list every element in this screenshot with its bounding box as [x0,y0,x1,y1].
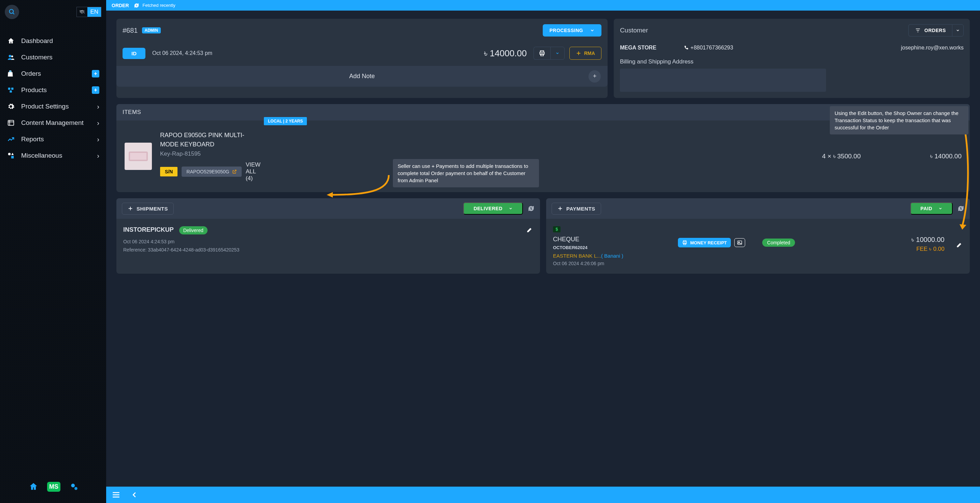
lang-en[interactable]: EN [88,7,101,17]
id-chip[interactable]: ID [123,48,145,59]
svg-marker-35 [327,192,333,198]
view-all-serials[interactable]: VIEW ALL (4) [246,162,262,182]
nav-orders[interactable]: Orders + [0,65,106,82]
payment-reference: OCTOBER62024 [553,245,623,250]
nav: Dashboard Customers Orders + Products + … [0,29,106,474]
search-icon [8,8,15,15]
topbar: ORDER Fetched recently [106,0,980,11]
svg-line-1 [13,13,14,14]
nav-content-management[interactable]: Content Management › [0,115,106,131]
svg-rect-32 [738,241,742,245]
nav-miscellaneous[interactable]: Miscellaneous › [0,148,106,164]
print-button[interactable] [533,47,550,60]
item-qty-price: 4 × ৳ 3500.00 [822,152,861,160]
nav-label: Orders [21,70,41,78]
edit-shipment-button[interactable] [527,226,533,233]
refresh-payments[interactable] [958,205,964,212]
order-date: Oct 06 2024, 4:24:53 pm [152,50,212,56]
edit-icon [527,226,533,233]
customer-phone: +8801767366293 [684,45,733,51]
receipt-image-button[interactable] [734,238,745,247]
payment-method: CHEQUE [553,236,623,243]
customer-orders-button[interactable]: ORDERS [908,24,952,36]
nav-product-settings[interactable]: Product Settings › [0,98,106,115]
print-icon [539,50,546,57]
nav-customers[interactable]: Customers [0,49,106,65]
svg-point-2 [9,55,11,57]
address-box[interactable] [620,68,826,92]
fetch-status[interactable]: Fetched recently [134,3,175,8]
print-icon [682,240,687,245]
payment-status-button[interactable]: PAID [910,202,953,215]
home-shortcut[interactable] [27,481,40,493]
orders-btn-label: ORDERS [924,28,946,33]
menu-icon [111,490,121,499]
delivered-badge: Delivered [179,226,208,235]
back-button[interactable] [131,491,138,498]
item-image[interactable] [124,143,152,170]
customer-orders-dropdown[interactable] [952,24,964,36]
money-receipt-button[interactable]: MONEY RECEIPT [678,238,731,248]
chart-icon [7,135,15,143]
chevron-down-icon [590,28,595,33]
language-switch[interactable]: বাং EN [76,7,101,17]
address-label: Billing and Shipping Address [620,58,964,65]
serial-chip[interactable]: RAPOO529E9050G [181,167,241,177]
content-icon [7,119,15,127]
customer-name: MEGA STORE [620,45,656,51]
refresh-shipments[interactable] [528,205,535,212]
payment-date: Oct 06 2024 4:26:06 pm [553,261,623,266]
print-dropdown[interactable] [550,47,565,60]
menu-button[interactable] [111,490,121,499]
users-icon [7,53,15,62]
add-note-label: Add Note [349,73,375,80]
payment-fee: FEE ৳ 0.00 [912,246,945,252]
order-status-button[interactable]: PROCESSING [543,24,601,36]
plus-icon [128,206,133,211]
home-icon [7,37,15,45]
nav-products[interactable]: Products + [0,82,106,98]
payments-label: PAYMENTS [566,206,595,211]
nav-label: Miscellaneous [21,152,62,159]
chevron-right-icon: › [97,135,99,143]
store-badge[interactable]: MS [47,482,60,492]
main: ORDER Fetched recently #681 ADMIN PROCES… [106,0,980,503]
nav-label: Customers [21,54,52,61]
order-number: #681 [123,27,138,35]
keyboard-icon [128,149,148,163]
search-button[interactable] [5,5,19,19]
tooltip-payment: Seller can use + Payments to add multipl… [393,159,539,187]
bag-icon [7,70,15,78]
add-note-button[interactable]: + [589,70,601,83]
add-payment-button[interactable]: PAYMENTS [552,203,601,215]
nav-dashboard[interactable]: Dashboard [0,33,106,49]
shipments-panel: SHIPMENTS DELIVERED INSTOREPICKUP Delive… [116,198,540,274]
filter-icon [915,27,921,33]
item-name[interactable]: RAPOO E9050G PINK MULTI-MODE KEYBOARD [160,131,262,149]
fetch-status-text: Fetched recently [143,3,175,8]
shipment-status-button[interactable]: DELIVERED [463,202,523,215]
shipment-method: INSTOREPICKUP [123,226,174,233]
chevron-down-icon [555,51,560,55]
cash-icon: $ [553,226,560,232]
add-shipment-button[interactable]: SHIPMENTS [122,203,174,215]
lang-bn[interactable]: বাং [77,7,88,17]
rma-button[interactable]: RMA [570,47,601,60]
add-order-button[interactable]: + [92,70,99,78]
refresh-icon [528,205,535,212]
add-product-button[interactable]: + [92,86,99,94]
nav-reports[interactable]: Reports › [0,131,106,148]
customer-title: Customer [620,27,648,34]
order-status-label: PROCESSING [550,28,583,33]
refresh-icon [958,205,964,212]
settings-shortcut[interactable] [68,481,80,493]
customer-panel: Customer ORDERS MEGA STORE [614,19,970,98]
add-note-row: Add Note + [116,66,608,87]
chevron-right-icon: › [97,152,99,160]
edit-payment-button[interactable] [956,241,963,248]
customer-email: josephine.roy@xen.works [901,45,964,51]
chevron-down-icon [956,28,960,32]
svg-rect-7 [8,121,14,125]
nav-label: Products [21,86,47,94]
nav-label: Content Management [21,119,84,127]
